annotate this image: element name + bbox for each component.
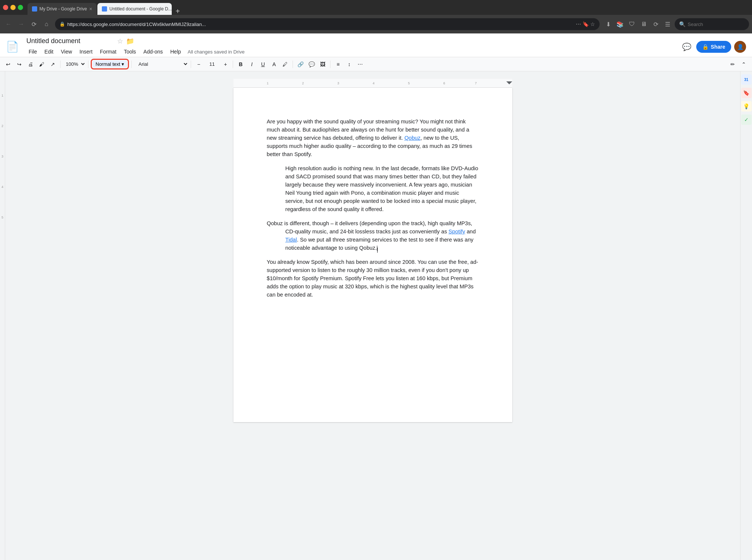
bookmark-icon[interactable]: 🔖 [582, 21, 589, 27]
menu-edit[interactable]: Edit [41, 46, 57, 57]
library-icon[interactable]: 📚 [614, 19, 626, 30]
align-button[interactable]: ≡ [333, 59, 343, 69]
link-tidal[interactable]: Tidal [285, 237, 297, 243]
undo-button[interactable]: ↩ [3, 59, 13, 69]
menu-addons[interactable]: Add-ons [140, 46, 167, 57]
sync-icon[interactable]: ⟳ [650, 19, 661, 30]
download-icon[interactable]: ⬇ [603, 19, 614, 30]
text-cursor: | [377, 246, 377, 251]
ruler-mark-4: 4 [1, 185, 3, 189]
edit-mode-button[interactable]: ✏ [727, 59, 738, 69]
docs-favicon [102, 6, 107, 12]
address-icons: ⋯ 🔖 ☆ [576, 21, 595, 27]
menu-bar: File Edit View Insert Format Tools Add-o… [25, 46, 675, 57]
firefox-search-box: 🔍 [675, 18, 749, 30]
more-options-icon[interactable]: ⋯ [576, 21, 581, 27]
redo-button[interactable]: ↪ [14, 59, 25, 69]
calendar-button[interactable]: 31 [741, 74, 752, 85]
more-toolbar-button[interactable]: ⋯ [355, 59, 365, 69]
font-size-input[interactable] [204, 61, 219, 68]
new-tab-button[interactable]: + [172, 7, 183, 15]
font-size-decrease[interactable]: − [193, 59, 204, 69]
menu-view[interactable]: View [57, 46, 76, 57]
line-spacing-button[interactable]: ↕ [344, 59, 354, 69]
browser-toolbar: ← → ⟳ ⌂ 🔒 ⋯ 🔖 ☆ ⬇ 📚 🛡 🖥 ⟳ ☰ 🔍 [0, 15, 752, 33]
image-button[interactable]: 🖼 [317, 59, 328, 69]
menu-icon[interactable]: ☰ [662, 19, 673, 30]
address-input[interactable] [67, 22, 574, 27]
shield-icon[interactable]: 🛡 [626, 19, 638, 30]
keep-button[interactable]: 💡 [741, 101, 752, 111]
task-button[interactable]: 🔖 [741, 88, 752, 98]
home-button[interactable]: ⌂ [41, 19, 52, 30]
close-button[interactable]: × [3, 5, 8, 10]
maximize-button[interactable]: + [18, 5, 23, 10]
tab-docs-label: Untitled document - Google D... [109, 6, 172, 12]
back-button[interactable]: ← [3, 19, 14, 30]
paint-format-button[interactable]: 🖌 [36, 59, 47, 69]
monitor-icon[interactable]: 🖥 [638, 19, 649, 30]
doc-star-icon[interactable]: ☆ [117, 37, 123, 45]
style-chevron-icon: ▾ [122, 61, 124, 67]
text-color-button[interactable]: A [269, 59, 279, 69]
ruler-mark-h-5: 5 [408, 81, 410, 85]
doc-title-input[interactable] [25, 36, 114, 46]
doc-scroll-area[interactable]: 1 2 3 4 5 6 7 Are you happy with the sou… [5, 71, 740, 560]
docs-header: 📄 ☆ 📁 File Edit View Insert Format Tools… [0, 33, 752, 57]
cursor-button[interactable]: ↗ [48, 59, 58, 69]
calendar-label: 31 [744, 78, 748, 82]
forward-button[interactable]: → [16, 19, 27, 30]
menu-help[interactable]: Help [167, 46, 185, 57]
menu-tools[interactable]: Tools [120, 46, 140, 57]
doc-content-area: 1 2 3 4 5 1 2 3 4 5 6 7 [0, 71, 752, 560]
tab-docs[interactable]: Untitled document - Google D... × [97, 3, 172, 15]
separator-2 [88, 61, 88, 68]
bold-button[interactable]: B [235, 59, 246, 69]
menu-format[interactable]: Format [96, 46, 120, 57]
highlight-button[interactable]: 🖊 [280, 59, 290, 69]
page-text: Are you happy with the sound quality of … [267, 117, 479, 299]
link-qobuz-1[interactable]: Qobuz [404, 135, 420, 141]
menu-file[interactable]: File [25, 46, 41, 57]
doc-folder-icon[interactable]: 📁 [126, 37, 134, 45]
separator-1 [60, 61, 61, 68]
check-button[interactable]: ✓ [741, 114, 752, 125]
refresh-button[interactable]: ⟳ [28, 19, 39, 30]
vertical-ruler: 1 2 3 4 5 [0, 71, 5, 560]
minimize-button[interactable]: − [10, 5, 16, 10]
style-dropdown[interactable]: Normal text ▾ [93, 61, 127, 68]
paragraph-1: Are you happy with the sound quality of … [267, 117, 479, 158]
paragraph-2: High resolution audio is nothing new. In… [267, 164, 479, 213]
link-button[interactable]: 🔗 [295, 59, 306, 69]
separator-7 [330, 61, 330, 68]
star-address-icon[interactable]: ☆ [590, 21, 595, 27]
underline-button[interactable]: U [258, 59, 268, 69]
italic-button[interactable]: I [246, 59, 257, 69]
ruler-mark-3: 3 [1, 155, 3, 158]
separator-5 [233, 61, 233, 68]
tab-drive[interactable]: My Drive - Google Drive × [28, 3, 97, 15]
tab-bar: My Drive - Google Drive × Untitled docum… [28, 0, 749, 15]
autosave-text: All changes saved in Drive [188, 49, 245, 55]
comment-inline-button[interactable]: 💬 [306, 59, 317, 69]
separator-3 [131, 61, 132, 68]
share-button[interactable]: 🔒 Share [696, 41, 731, 53]
zoom-selector[interactable]: 100% 75% 125% 150% [63, 60, 86, 68]
collapse-toolbar-button[interactable]: ⌃ [739, 59, 749, 69]
user-avatar[interactable]: 👤 [734, 41, 746, 53]
search-input[interactable] [688, 22, 725, 27]
print-button[interactable]: 🖨 [25, 59, 36, 69]
ruler-mark-h-2: 2 [302, 81, 304, 85]
search-icon: 🔍 [679, 21, 685, 27]
ruler-mark-1: 1 [1, 94, 3, 97]
font-selector[interactable]: Arial Times New Roman Georgia [134, 60, 188, 68]
comment-button[interactable]: 💬 [680, 40, 693, 54]
link-spotify[interactable]: Spotify [449, 229, 465, 234]
ruler-mark-h-6: 6 [443, 81, 445, 85]
ruler-mark-h-4: 4 [373, 81, 375, 85]
font-size-increase[interactable]: + [220, 59, 230, 69]
tab-drive-close[interactable]: × [89, 6, 92, 12]
menu-insert[interactable]: Insert [76, 46, 96, 57]
separator-4 [191, 61, 191, 68]
style-dropdown-highlight: Normal text ▾ [91, 59, 129, 69]
